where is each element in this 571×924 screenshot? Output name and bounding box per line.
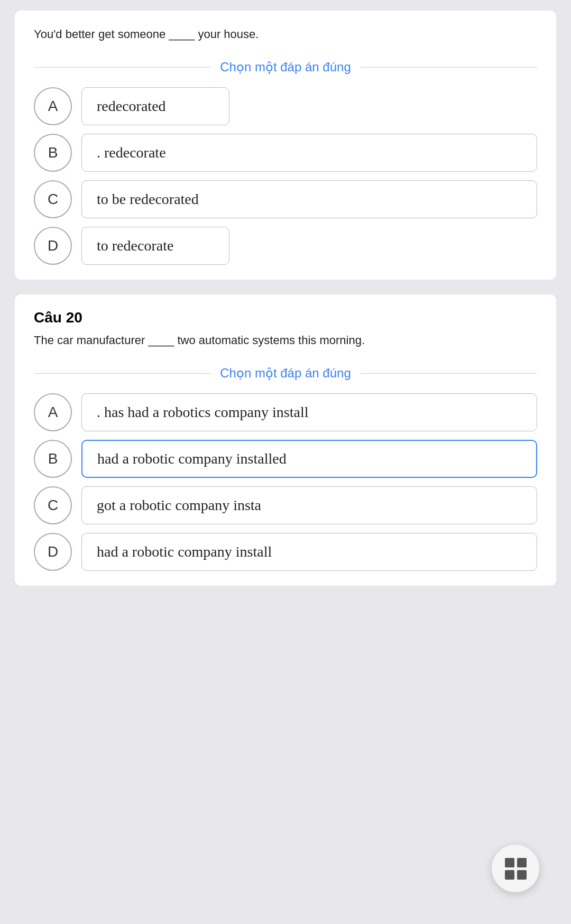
grid-cell-1 bbox=[505, 858, 514, 867]
question-19-text: You'd better get someone ____ your house… bbox=[34, 25, 537, 43]
question-19-header: You'd better get someone ____ your house… bbox=[15, 11, 556, 49]
question-20-number: Câu 20 bbox=[34, 309, 537, 326]
option-row-20-b: B had a robotic company installed bbox=[34, 440, 537, 478]
option-row-19-d: D to redecorate bbox=[34, 227, 537, 265]
option-box-20-c[interactable]: got a robotic company insta bbox=[81, 486, 537, 524]
option-row-20-d: D had a robotic company install bbox=[34, 533, 537, 571]
option-box-19-a[interactable]: redecorated bbox=[81, 87, 229, 125]
option-row-19-a: A redecorated bbox=[34, 87, 537, 125]
grid-cell-4 bbox=[517, 870, 527, 880]
option-box-20-d[interactable]: had a robotic company install bbox=[81, 533, 537, 571]
question-19-divider: Chọn một đáp án đúng bbox=[34, 60, 537, 75]
option-box-20-b[interactable]: had a robotic company installed bbox=[81, 440, 537, 478]
grid-cell-2 bbox=[517, 858, 527, 867]
option-row-20-a: A . has had a robotics company install bbox=[34, 393, 537, 431]
option-circle-20-a[interactable]: A bbox=[34, 393, 72, 431]
divider-line-right bbox=[361, 67, 537, 68]
question-20-card: Câu 20 The car manufacturer ____ two aut… bbox=[15, 294, 556, 586]
question-20-divider: Chọn một đáp án đúng bbox=[34, 366, 537, 381]
option-circle-20-c[interactable]: C bbox=[34, 486, 72, 524]
section-label-19: Chọn một đáp án đúng bbox=[210, 60, 361, 75]
question-20-options: A . has had a robotics company install B… bbox=[15, 393, 556, 571]
question-20-text: The car manufacturer ____ two automatic … bbox=[34, 331, 537, 349]
divider-line-left bbox=[34, 67, 210, 68]
option-circle-19-d[interactable]: D bbox=[34, 227, 72, 265]
option-box-20-a[interactable]: . has had a robotics company install bbox=[81, 393, 537, 431]
question-19-card: You'd better get someone ____ your house… bbox=[15, 11, 556, 280]
option-box-19-d[interactable]: to redecorate bbox=[81, 227, 229, 265]
question-19-options: A redecorated B . redecorate C bbox=[15, 87, 556, 265]
section-label-20: Chọn một đáp án đúng bbox=[210, 366, 361, 381]
option-box-19-c[interactable]: to be redecorated bbox=[81, 180, 537, 218]
grid-icon bbox=[505, 858, 527, 880]
question-20-header: Câu 20 The car manufacturer ____ two aut… bbox=[15, 294, 556, 355]
option-row-19-c: C to be redecorated bbox=[34, 180, 537, 218]
divider-line-right-20 bbox=[361, 373, 537, 374]
divider-line-left-20 bbox=[34, 373, 210, 374]
option-circle-19-b[interactable]: B bbox=[34, 134, 72, 172]
grid-cell-3 bbox=[505, 870, 514, 880]
option-circle-19-c[interactable]: C bbox=[34, 180, 72, 218]
option-row-20-c: C got a robotic company insta bbox=[34, 486, 537, 524]
option-row-19-b: B . redecorate bbox=[34, 134, 537, 172]
option-circle-20-d[interactable]: D bbox=[34, 533, 72, 571]
option-box-19-b[interactable]: . redecorate bbox=[81, 134, 537, 172]
option-circle-19-a[interactable]: A bbox=[34, 87, 72, 125]
page-wrapper: You'd better get someone ____ your house… bbox=[0, 0, 571, 596]
option-circle-20-b[interactable]: B bbox=[34, 440, 72, 478]
floating-menu-button[interactable] bbox=[492, 845, 539, 892]
